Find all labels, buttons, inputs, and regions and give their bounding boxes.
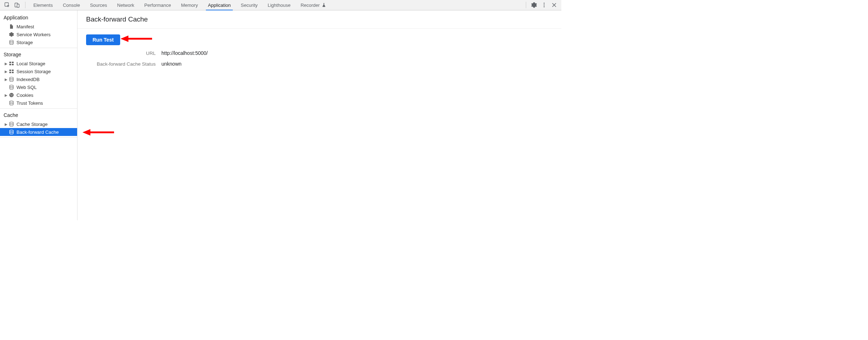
sidebar-item-back-forward-cache[interactable]: Back-forward Cache bbox=[0, 128, 77, 136]
more-menu-icon[interactable] bbox=[540, 1, 548, 9]
svg-point-5 bbox=[544, 6, 545, 8]
grid-icon bbox=[9, 61, 14, 66]
sidebar-item-label: Trust Tokens bbox=[16, 100, 43, 106]
sidebar-group-storage: Storage bbox=[0, 49, 77, 60]
close-devtools-icon[interactable] bbox=[550, 1, 558, 9]
sidebar-item-manifest[interactable]: Manifest bbox=[0, 23, 77, 30]
db-icon bbox=[9, 100, 14, 106]
svg-point-19 bbox=[12, 94, 13, 95]
sidebar-group-cache: Cache bbox=[0, 110, 77, 120]
svg-point-21 bbox=[12, 96, 13, 96]
sidebar-item-label: Local Storage bbox=[16, 61, 45, 66]
sidebar-item-web-sql[interactable]: Web SQL bbox=[0, 83, 77, 91]
tab-lighthouse[interactable]: Lighthouse bbox=[263, 0, 296, 10]
db-icon bbox=[9, 121, 14, 127]
run-test-button[interactable]: Run Test bbox=[86, 34, 120, 45]
db-icon bbox=[9, 84, 14, 90]
sidebar-item-label: Manifest bbox=[16, 24, 34, 29]
tab-application[interactable]: Application bbox=[203, 0, 236, 10]
device-toggle-icon[interactable] bbox=[13, 1, 21, 9]
svg-point-16 bbox=[10, 85, 13, 86]
sidebar-item-local-storage[interactable]: ▶ Local Storage bbox=[0, 60, 77, 67]
svg-rect-13 bbox=[9, 72, 11, 73]
sidebar-item-label: Web SQL bbox=[16, 85, 37, 90]
chevron-right-icon[interactable]: ▶ bbox=[4, 122, 8, 126]
tab-performance[interactable]: Performance bbox=[139, 0, 176, 10]
main-panel: Back-forward Cache Run Test URL http://l… bbox=[77, 10, 561, 220]
sidebar-item-label: IndexedDB bbox=[16, 77, 39, 82]
devtools-tabbar: Elements Console Sources Network Perform… bbox=[0, 0, 561, 10]
cookie-icon bbox=[9, 92, 14, 98]
sidebar-item-storage[interactable]: Storage bbox=[0, 38, 77, 46]
sidebar-item-label: Cookies bbox=[16, 93, 33, 98]
sidebar-item-trust-tokens[interactable]: Trust Tokens bbox=[0, 99, 77, 107]
tab-sources[interactable]: Sources bbox=[85, 0, 112, 10]
svg-rect-8 bbox=[12, 62, 14, 63]
svg-rect-14 bbox=[12, 72, 14, 73]
chevron-right-icon[interactable]: ▶ bbox=[4, 77, 8, 81]
bfcache-status-value: unknown bbox=[161, 61, 181, 67]
tab-network[interactable]: Network bbox=[112, 0, 140, 10]
svg-rect-7 bbox=[9, 62, 11, 63]
tabbar-separator bbox=[25, 2, 25, 8]
svg-point-20 bbox=[11, 95, 11, 96]
svg-point-17 bbox=[9, 93, 14, 97]
application-sidebar: Application Manifest Service Workers Sto… bbox=[0, 10, 77, 220]
svg-point-6 bbox=[10, 40, 13, 42]
chevron-right-icon[interactable]: ▶ bbox=[4, 70, 8, 74]
tab-elements[interactable]: Elements bbox=[28, 0, 58, 10]
chevron-right-icon[interactable]: ▶ bbox=[4, 93, 8, 97]
settings-icon[interactable] bbox=[530, 1, 538, 9]
annotation-arrow-run-test bbox=[121, 34, 153, 43]
tabbar-separator-right bbox=[526, 2, 526, 8]
grid-icon bbox=[9, 69, 14, 74]
sidebar-group-application: Application bbox=[0, 13, 77, 23]
sidebar-item-label: Cache Storage bbox=[16, 122, 48, 127]
file-icon bbox=[9, 24, 14, 29]
svg-rect-11 bbox=[9, 70, 11, 71]
page-title: Back-forward Cache bbox=[77, 10, 561, 29]
svg-point-24 bbox=[10, 130, 13, 131]
svg-rect-12 bbox=[12, 70, 14, 71]
svg-point-22 bbox=[10, 101, 13, 102]
tab-security[interactable]: Security bbox=[236, 0, 263, 10]
tab-recorder[interactable]: Recorder bbox=[296, 0, 331, 10]
svg-point-3 bbox=[544, 3, 545, 4]
sidebar-item-label: Service Workers bbox=[16, 32, 51, 37]
sidebar-item-session-storage[interactable]: ▶ Session Storage bbox=[0, 67, 77, 75]
tab-memory[interactable]: Memory bbox=[176, 0, 203, 10]
sidebar-item-label: Back-forward Cache bbox=[16, 129, 59, 135]
svg-marker-26 bbox=[121, 36, 128, 42]
inspect-element-icon[interactable] bbox=[3, 1, 11, 9]
db-icon bbox=[9, 76, 14, 82]
sidebar-item-label: Storage bbox=[16, 40, 33, 45]
sidebar-item-indexeddb[interactable]: ▶ IndexedDB bbox=[0, 75, 77, 83]
sidebar-item-cache-storage[interactable]: ▶ Cache Storage bbox=[0, 120, 77, 128]
svg-point-18 bbox=[10, 94, 11, 95]
db-icon bbox=[9, 129, 14, 135]
svg-rect-10 bbox=[12, 64, 14, 65]
flask-icon bbox=[322, 3, 326, 7]
svg-point-4 bbox=[544, 5, 545, 6]
url-label: URL bbox=[86, 51, 161, 56]
svg-rect-2 bbox=[17, 4, 19, 8]
svg-rect-9 bbox=[9, 64, 11, 65]
bfcache-status-label: Back-forward Cache Status bbox=[86, 61, 161, 67]
chevron-right-icon[interactable]: ▶ bbox=[4, 62, 8, 66]
sidebar-item-service-workers[interactable]: Service Workers bbox=[0, 30, 77, 38]
svg-point-15 bbox=[10, 77, 13, 79]
tab-console[interactable]: Console bbox=[58, 0, 85, 10]
panel-tabs: Elements Console Sources Network Perform… bbox=[28, 0, 331, 10]
sidebar-item-label: Session Storage bbox=[16, 69, 51, 74]
gear-icon bbox=[9, 32, 14, 37]
url-value: http://localhost:5000/ bbox=[161, 50, 208, 56]
svg-point-23 bbox=[10, 122, 13, 123]
db-icon bbox=[9, 39, 14, 45]
sidebar-item-cookies[interactable]: ▶ Cookies bbox=[0, 91, 77, 99]
